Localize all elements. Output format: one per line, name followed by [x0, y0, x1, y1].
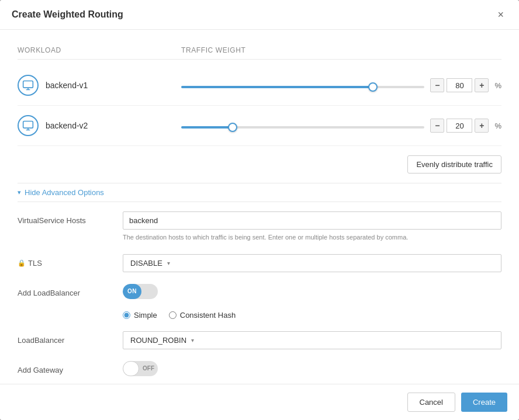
- distribute-button[interactable]: Evenly distribute traffic: [407, 155, 501, 173]
- modal-overlay: Create Weighted Routing × WORKLOAD TRAFF…: [0, 0, 519, 420]
- advanced-options-toggle[interactable]: ▾ Hide Advanced Options: [18, 183, 501, 202]
- decrement-v1[interactable]: −: [430, 78, 444, 92]
- radio-simple-input[interactable]: [123, 311, 130, 319]
- virtual-service-field: The destination hosts to which traffic i…: [123, 211, 501, 242]
- virtual-service-input[interactable]: [123, 211, 501, 230]
- lb-selected-value: ROUND_ROBIN: [130, 336, 186, 345]
- workload-icon-v2: [18, 115, 39, 136]
- tls-field: DISABLE ▾: [123, 254, 501, 272]
- lb-dropdown[interactable]: ROUND_ROBIN ▾: [123, 331, 501, 349]
- increment-v2[interactable]: +: [475, 119, 489, 133]
- add-lb-toggle[interactable]: ON: [123, 284, 158, 299]
- lock-icon: 🔒: [18, 259, 26, 267]
- distribute-btn-row: Evenly distribute traffic: [18, 146, 501, 183]
- toggle-off-indicator: [139, 284, 158, 299]
- svg-rect-1: [23, 122, 33, 129]
- col-traffic-header: TRAFFIC WEIGHT: [181, 46, 501, 54]
- close-button[interactable]: ×: [494, 8, 507, 21]
- weight-input-v1[interactable]: [447, 78, 472, 92]
- radio-hash-input[interactable]: [169, 311, 177, 319]
- add-lb-label: Add LoadBalancer: [18, 284, 123, 297]
- modal-header: Create Weighted Routing ×: [0, 0, 519, 30]
- col-workload-header: WORKLOAD: [18, 46, 181, 54]
- lb-dropdown-arrow: ▾: [191, 337, 194, 343]
- weight-input-v2[interactable]: [447, 119, 472, 133]
- svg-rect-0: [23, 81, 33, 88]
- slider-v2[interactable]: [181, 126, 424, 129]
- workload-info-v2: backend-v2: [18, 115, 181, 136]
- add-gateway-toggle-row: OFF: [123, 361, 501, 376]
- stepper-v2: − +: [430, 119, 489, 133]
- gateway-toggle-indicator: [123, 361, 139, 376]
- percent-label-v2: %: [494, 122, 501, 130]
- lb-radio-group: Simple Consistent Hash: [123, 311, 501, 320]
- tls-label: 🔒 TLS: [18, 254, 123, 268]
- advanced-form: VirtualService Hosts The destination hos…: [18, 211, 501, 376]
- workload-name-v1: backend-v1: [46, 81, 88, 90]
- add-gateway-field: OFF: [123, 361, 501, 376]
- traffic-control-v1: − + %: [181, 78, 501, 92]
- percent-label-v1: %: [494, 81, 501, 90]
- decrement-v2[interactable]: −: [430, 119, 444, 133]
- chevron-down-icon: ▾: [18, 189, 21, 196]
- workload-icon-v1: [18, 75, 39, 96]
- workload-row-v2: backend-v2 − + %: [18, 106, 501, 146]
- add-lb-field: ON: [123, 284, 501, 299]
- increment-v1[interactable]: +: [475, 78, 489, 92]
- add-lb-toggle-row: ON: [123, 284, 501, 299]
- slider-v1[interactable]: [181, 86, 424, 88]
- gateway-toggle-off-label: OFF: [139, 361, 158, 376]
- traffic-control-v2: − + %: [181, 119, 501, 133]
- lb-label: LoadBalancer: [18, 331, 123, 345]
- tls-dropdown[interactable]: DISABLE ▾: [123, 254, 501, 272]
- stepper-v1: − +: [430, 78, 489, 92]
- modal-body: WORKLOAD TRAFFIC WEIGHT backend-v1: [0, 30, 519, 384]
- add-gateway-label: Add Gateway: [18, 361, 123, 374]
- modal-title: Create Weighted Routing: [12, 9, 123, 20]
- slider-container-v2: [181, 120, 424, 131]
- modal: Create Weighted Routing × WORKLOAD TRAFF…: [0, 0, 519, 420]
- create-button[interactable]: Create: [461, 393, 507, 412]
- virtual-service-hint: The destination hosts to which traffic i…: [123, 232, 501, 242]
- tls-selected-value: DISABLE: [130, 259, 162, 268]
- slider-container-v1: [181, 80, 424, 91]
- workload-info-v1: backend-v1: [18, 75, 181, 96]
- modal-footer: Cancel Create: [0, 384, 519, 420]
- radio-simple[interactable]: Simple: [123, 311, 157, 320]
- virtual-service-label: VirtualService Hosts: [18, 211, 123, 225]
- lb-field: ROUND_ROBIN ▾: [123, 331, 501, 349]
- radio-group: Simple Consistent Hash: [123, 311, 501, 320]
- cancel-button[interactable]: Cancel: [407, 393, 455, 412]
- advanced-options-label: Hide Advanced Options: [25, 188, 104, 197]
- tls-dropdown-arrow: ▾: [167, 260, 170, 266]
- radio-consistent-hash[interactable]: Consistent Hash: [169, 311, 236, 320]
- table-header: WORKLOAD TRAFFIC WEIGHT: [18, 41, 501, 60]
- workload-name-v2: backend-v2: [46, 121, 88, 130]
- add-gateway-toggle[interactable]: OFF: [123, 361, 158, 376]
- workload-row: backend-v1 − + %: [18, 65, 501, 106]
